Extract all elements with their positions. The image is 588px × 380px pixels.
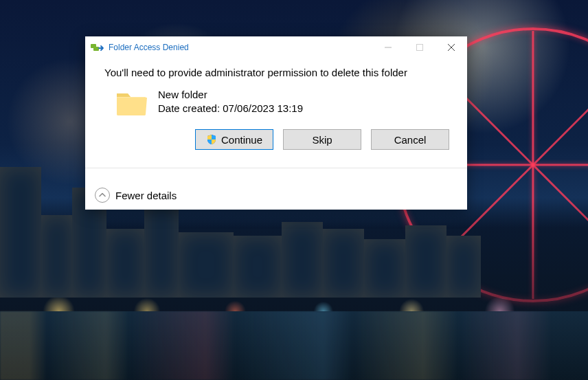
titlebar[interactable]: Folder Access Denied [85, 36, 467, 58]
skip-label: Skip [312, 134, 332, 146]
continue-button[interactable]: Continue [195, 129, 273, 150]
target-item: New folder Date created: 07/06/2023 13:1… [104, 88, 452, 117]
item-name: New folder [158, 88, 303, 102]
maximize-button[interactable] [404, 36, 436, 58]
dialog-content: You'll need to provide administrator per… [85, 58, 467, 181]
water-reflection-decor [0, 311, 588, 380]
button-row: Continue Skip Cancel [104, 129, 452, 150]
cancel-label: Cancel [394, 134, 427, 146]
svg-rect-3 [417, 45, 423, 51]
item-date-created: Date created: 07/06/2023 13:19 [158, 102, 303, 115]
dialog-footer: Fewer details [85, 181, 467, 210]
chevron-up-icon[interactable] [95, 188, 110, 203]
details-toggle[interactable]: Fewer details [115, 190, 177, 201]
dialog-icon [91, 42, 106, 53]
minimize-button[interactable] [372, 36, 404, 58]
dialog-title: Folder Access Denied [109, 43, 372, 52]
continue-label: Continue [221, 134, 262, 146]
skip-button[interactable]: Skip [283, 129, 361, 150]
target-item-text: New folder Date created: 07/06/2023 13:1… [158, 88, 303, 116]
uac-shield-icon [206, 134, 217, 145]
cancel-button[interactable]: Cancel [371, 129, 449, 150]
window-controls [372, 36, 467, 58]
close-button[interactable] [436, 36, 467, 58]
folder-access-denied-dialog: Folder Access Denied You'll need to prov… [85, 36, 467, 210]
divider [85, 168, 467, 168]
folder-icon [115, 89, 148, 117]
permission-message: You'll need to provide administrator per… [104, 67, 452, 78]
svg-rect-1 [93, 47, 99, 51]
